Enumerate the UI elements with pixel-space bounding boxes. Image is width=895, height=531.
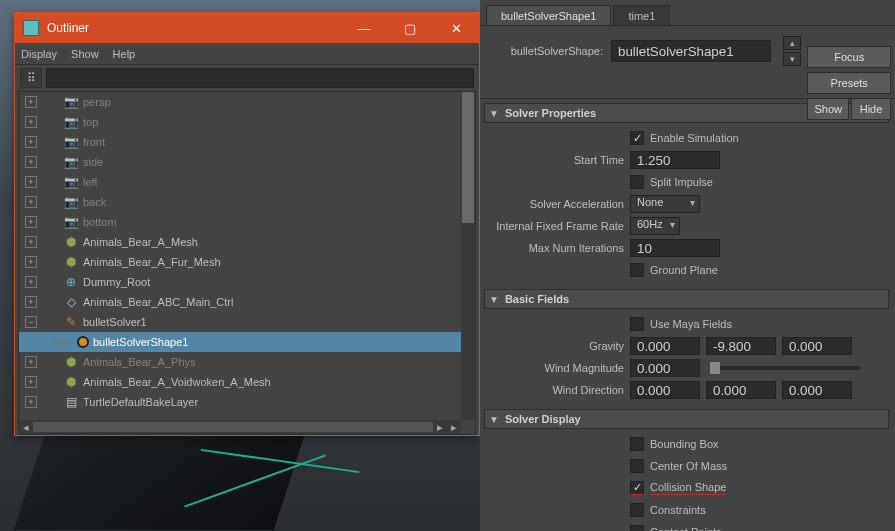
menu-show[interactable]: Show [71, 48, 99, 60]
expander-icon[interactable]: + [25, 96, 37, 108]
cam-icon: 📷 [63, 154, 79, 170]
outliner-item[interactable]: +◇Animals_Bear_ABC_Main_Ctrl [19, 292, 461, 312]
expander-icon[interactable]: + [25, 116, 37, 128]
outliner-item[interactable]: +⬢Animals_Bear_A_Fur_Mesh [19, 252, 461, 272]
gravity-z-input[interactable] [782, 337, 852, 355]
gravity-label: Gravity [484, 340, 624, 352]
attribute-editor: bulletSolverShape1 time1 Focus Presets S… [480, 0, 895, 531]
hide-button[interactable]: Hide [851, 98, 891, 120]
expander-icon[interactable]: + [25, 256, 37, 268]
expander-icon[interactable]: + [25, 376, 37, 388]
filter-icon[interactable]: ⠿ [20, 68, 42, 88]
wind-direction-y-input[interactable] [706, 381, 776, 399]
tab-bulletsolvershape1[interactable]: bulletSolverShape1 [486, 5, 611, 25]
expander-icon[interactable]: + [25, 216, 37, 228]
tab-time1[interactable]: time1 [613, 5, 670, 25]
outliner-item[interactable]: +⬢Animals_Bear_A_Mesh [19, 232, 461, 252]
expander-icon[interactable]: − [25, 316, 37, 328]
expander-icon[interactable]: + [25, 276, 37, 288]
outliner-item-label: Dummy_Root [83, 276, 150, 288]
start-time-input[interactable] [630, 151, 720, 169]
close-button[interactable]: ✕ [433, 13, 479, 43]
wind-magnitude-slider[interactable] [710, 366, 860, 370]
frame-rate-dropdown[interactable]: 60Hz [630, 217, 680, 235]
outliner-item[interactable]: +▤TurtleDefaultBakeLayer [19, 392, 461, 412]
wind-magnitude-input[interactable] [630, 359, 700, 377]
tab-label: bulletSolverShape1 [501, 10, 596, 22]
viewport-mesh-silhouette [14, 430, 306, 530]
outliner-item[interactable]: +📷bottom [19, 212, 461, 232]
attribute-sections[interactable]: ▼ Solver Properties Enable Simulation St… [480, 98, 895, 531]
gravity-y-input[interactable] [706, 337, 776, 355]
outliner-item[interactable]: +📷front [19, 132, 461, 152]
outliner-item-label: front [83, 136, 105, 148]
outliner-item-label: Animals_Bear_ABC_Main_Ctrl [83, 296, 233, 308]
outliner-item[interactable]: +⬢Animals_Bear_A_Phys [19, 352, 461, 372]
outliner-tree-inner[interactable]: +📷persp+📷top+📷front+📷side+📷left+📷back+📷b… [19, 92, 461, 420]
show-button[interactable]: Show [807, 98, 849, 120]
outliner-item[interactable]: +📷back [19, 192, 461, 212]
nav-down-button[interactable]: ▾ [783, 52, 801, 66]
outliner-item-label: persp [83, 96, 111, 108]
gravity-x-input[interactable] [630, 337, 700, 355]
maximize-button[interactable]: ▢ [387, 13, 433, 43]
outliner-menubar: Display Show Help [15, 43, 479, 65]
outliner-search-row: ⠿ [15, 65, 479, 91]
cam-icon: 📷 [63, 134, 79, 150]
minimize-button[interactable]: — [341, 13, 387, 43]
mesh-icon: ⬢ [63, 254, 79, 270]
outliner-item[interactable]: +📷top [19, 112, 461, 132]
nav-up-button[interactable]: ▴ [783, 36, 801, 50]
node-type-label: bulletSolverShape: [488, 45, 603, 57]
frame-rate-label: Internal Fixed Frame Rate [484, 220, 624, 232]
cam-icon: 📷 [63, 94, 79, 110]
menu-help[interactable]: Help [113, 48, 136, 60]
solver-acceleration-dropdown[interactable]: None [630, 195, 700, 213]
section-basic-fields[interactable]: ▼ Basic Fields [484, 289, 889, 309]
bounding-box-label: Bounding Box [650, 438, 719, 450]
mesh-icon: ⬢ [63, 234, 79, 250]
menu-display[interactable]: Display [21, 48, 57, 60]
wind-direction-x-input[interactable] [630, 381, 700, 399]
node-name-input[interactable] [611, 40, 771, 62]
outliner-hscrollbar[interactable]: ◂▸▸ [19, 420, 461, 434]
presets-button[interactable]: Presets [807, 72, 891, 94]
section-solver-display[interactable]: ▼ Solver Display [484, 409, 889, 429]
outliner-item[interactable]: +📷persp [19, 92, 461, 112]
expander-icon[interactable]: + [25, 396, 37, 408]
start-time-label: Start Time [484, 154, 624, 166]
max-iterations-input[interactable] [630, 239, 720, 257]
contact-points-label: Contact Points [650, 526, 722, 531]
cam-icon: 📷 [63, 114, 79, 130]
outliner-item[interactable]: +📷left [19, 172, 461, 192]
contact-points-checkbox[interactable] [630, 525, 644, 531]
outliner-item[interactable]: +⬢Animals_Bear_A_Voidwoken_A_Mesh [19, 372, 461, 392]
outliner-item[interactable]: +📷side [19, 152, 461, 172]
outliner-item[interactable]: −✎bulletSolver1 [19, 312, 461, 332]
expander-icon[interactable]: + [25, 176, 37, 188]
outliner-vscrollbar[interactable] [461, 92, 475, 420]
center-of-mass-checkbox[interactable] [630, 459, 644, 473]
split-impulse-checkbox[interactable] [630, 175, 644, 189]
ground-plane-checkbox[interactable] [630, 263, 644, 277]
wind-direction-z-input[interactable] [782, 381, 852, 399]
constraints-checkbox[interactable] [630, 503, 644, 517]
outliner-titlebar[interactable]: Outliner — ▢ ✕ [15, 13, 479, 43]
bounding-box-checkbox[interactable] [630, 437, 644, 451]
use-maya-fields-checkbox[interactable] [630, 317, 644, 331]
expander-icon[interactable]: + [25, 136, 37, 148]
collision-shape-label: Collision Shape [650, 481, 726, 495]
expander-icon[interactable]: + [25, 196, 37, 208]
outliner-item[interactable]: bulletSolverShape1 [19, 332, 461, 352]
focus-button[interactable]: Focus [807, 46, 891, 68]
wind-direction-label: Wind Direction [484, 384, 624, 396]
expander-icon[interactable]: + [25, 236, 37, 248]
enable-simulation-checkbox[interactable] [630, 131, 644, 145]
outliner-item[interactable]: +⊕Dummy_Root [19, 272, 461, 292]
expander-icon[interactable]: + [25, 156, 37, 168]
collision-shape-checkbox[interactable] [630, 481, 644, 495]
shape-icon [77, 336, 89, 348]
outliner-search-input[interactable] [46, 68, 474, 88]
expander-icon[interactable]: + [25, 296, 37, 308]
expander-icon[interactable]: + [25, 356, 37, 368]
